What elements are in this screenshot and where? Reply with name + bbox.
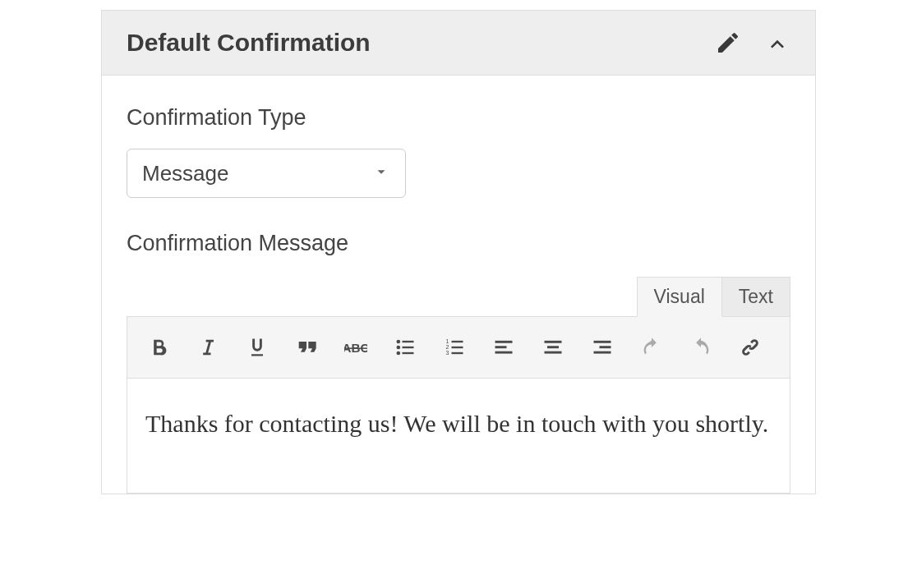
chevron-up-icon: [764, 30, 790, 56]
strikethrough-icon: ABC: [344, 336, 367, 359]
align-right-button[interactable]: [581, 328, 624, 366]
svg-rect-19: [594, 341, 611, 343]
svg-text:1: 1: [446, 338, 449, 344]
underline-icon: [246, 336, 269, 359]
svg-rect-15: [495, 351, 513, 354]
confirmation-type-dropdown[interactable]: Message: [127, 149, 405, 197]
editor-tabs: Visual Text: [127, 276, 790, 316]
pencil-icon: [715, 30, 741, 56]
numbered-list-button[interactable]: 123: [433, 328, 476, 366]
quote-icon: [295, 336, 318, 359]
strikethrough-button[interactable]: ABC: [334, 328, 377, 366]
italic-icon: [196, 336, 219, 359]
blockquote-button[interactable]: [285, 328, 328, 366]
svg-rect-14: [495, 346, 507, 348]
svg-rect-20: [600, 346, 611, 348]
svg-rect-17: [547, 346, 559, 348]
confirmation-type-select[interactable]: Message: [127, 149, 406, 198]
svg-rect-4: [403, 341, 414, 342]
confirmation-message-label: Confirmation Message: [127, 231, 790, 256]
svg-rect-5: [403, 347, 414, 348]
svg-point-1: [397, 340, 401, 344]
panel-body: Confirmation Type Message Confirmation M…: [102, 76, 815, 494]
undo-button[interactable]: [630, 328, 673, 366]
svg-point-3: [397, 351, 401, 356]
italic-button[interactable]: [187, 328, 229, 366]
confirmation-panel: Default Confirmation Confirmation Type M…: [101, 10, 816, 494]
panel-header: Default Confirmation: [102, 11, 815, 76]
bold-button[interactable]: [137, 328, 180, 366]
svg-text:2: 2: [446, 344, 449, 350]
svg-rect-18: [545, 351, 562, 354]
svg-rect-21: [594, 351, 611, 354]
svg-rect-11: [452, 347, 463, 348]
svg-point-2: [397, 346, 401, 350]
redo-button[interactable]: [680, 328, 722, 366]
svg-text:3: 3: [446, 350, 449, 356]
panel-title: Default Confirmation: [127, 29, 371, 57]
align-center-icon: [541, 336, 564, 359]
svg-rect-12: [452, 352, 463, 354]
svg-rect-6: [403, 352, 414, 354]
align-left-icon: [492, 336, 515, 359]
bold-icon: [147, 336, 170, 359]
header-actions: [715, 30, 790, 56]
editor-content[interactable]: Thanks for contacting us! We will be in …: [127, 379, 790, 494]
bullet-list-icon: [394, 336, 417, 359]
undo-icon: [640, 336, 663, 359]
svg-text:ABC: ABC: [344, 341, 367, 355]
align-left-button[interactable]: [482, 328, 525, 366]
link-button[interactable]: [729, 328, 772, 366]
underline-button[interactable]: [236, 328, 279, 366]
svg-rect-16: [545, 341, 562, 343]
svg-rect-13: [495, 341, 513, 343]
collapse-button[interactable]: [764, 30, 790, 56]
bullet-list-button[interactable]: [384, 328, 426, 366]
svg-rect-10: [452, 341, 463, 342]
tab-text[interactable]: Text: [721, 277, 790, 317]
align-center-button[interactable]: [532, 328, 574, 366]
confirmation-type-label: Confirmation Type: [127, 105, 790, 131]
edit-button[interactable]: [715, 30, 741, 56]
numbered-list-icon: 123: [443, 336, 466, 359]
link-icon: [739, 336, 762, 359]
align-right-icon: [591, 336, 614, 359]
tab-visual[interactable]: Visual: [637, 277, 722, 317]
redo-icon: [689, 336, 712, 359]
editor-toolbar: ABC 123: [127, 316, 790, 379]
